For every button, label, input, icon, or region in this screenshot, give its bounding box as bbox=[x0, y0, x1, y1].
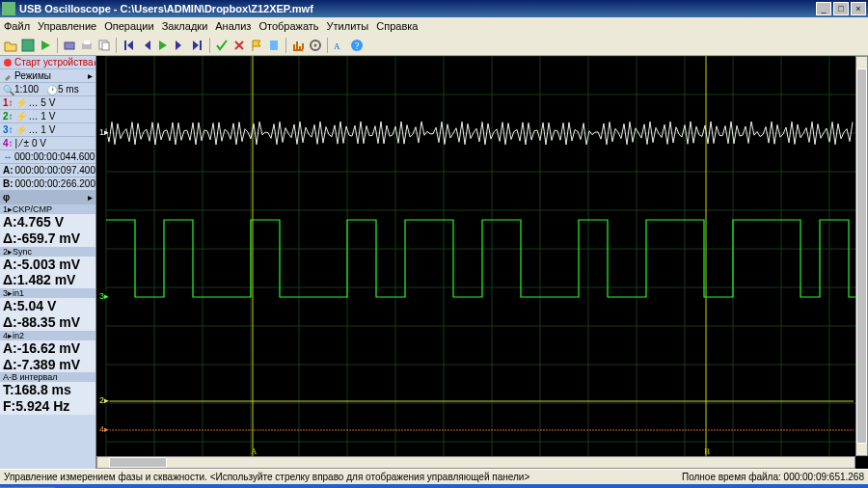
svg-rect-14 bbox=[96, 56, 855, 456]
section-in2: 4▸in2 bbox=[0, 331, 95, 340]
menu-bookmarks[interactable]: Закладки bbox=[162, 20, 208, 32]
magnifier-icon: 🔍 bbox=[3, 85, 13, 95]
svg-rect-7 bbox=[270, 41, 278, 50]
horizontal-scrollbar[interactable] bbox=[96, 456, 855, 469]
menu-operations[interactable]: Операции bbox=[104, 20, 153, 32]
ch3-scale[interactable]: 3↕ ⚡ … 1 V bbox=[0, 123, 95, 137]
auto-icon[interactable]: A bbox=[332, 38, 347, 53]
svg-rect-0 bbox=[22, 40, 34, 51]
forward-icon[interactable] bbox=[173, 38, 188, 53]
svg-marker-1 bbox=[41, 41, 50, 50]
s2-D: Δ:1.482 mV bbox=[0, 272, 95, 288]
ch2-scale[interactable]: 2↕ ⚡ … 1 V bbox=[0, 110, 95, 123]
run-icon[interactable] bbox=[38, 38, 53, 53]
menu-display[interactable]: Отображать bbox=[258, 20, 318, 32]
close-button[interactable]: × bbox=[851, 2, 866, 15]
taskbar: Пуск EN 🔊 🛡 14:13 bbox=[0, 484, 868, 488]
menu-bar: Файл Управление Операции Закладки Анализ… bbox=[0, 17, 868, 35]
interval-T: T:168.8 ms bbox=[0, 382, 95, 398]
forward-end-icon[interactable] bbox=[190, 38, 205, 53]
svg-text:A: A bbox=[334, 41, 340, 51]
rewind-start-icon[interactable] bbox=[121, 38, 136, 53]
ch4-marker: 4▸ bbox=[98, 424, 110, 434]
svg-rect-2 bbox=[65, 42, 74, 49]
menu-file[interactable]: Файл bbox=[4, 20, 30, 32]
menu-utilities[interactable]: Утилиты bbox=[327, 20, 369, 32]
flag-icon[interactable] bbox=[249, 38, 264, 53]
window-title: USB Oscilloscope - C:\Users\ADMIN\Dropbo… bbox=[19, 3, 814, 14]
snapshot-icon[interactable] bbox=[62, 38, 77, 53]
svg-text:?: ? bbox=[355, 41, 360, 51]
print-icon[interactable] bbox=[79, 38, 95, 53]
app-icon bbox=[2, 2, 15, 15]
ch2-marker: 2▸ bbox=[98, 395, 110, 405]
clock-icon: 🕐 bbox=[46, 85, 56, 95]
ch3-marker: 3▸ bbox=[98, 291, 110, 301]
wrench-icon bbox=[3, 71, 13, 81]
modes-button[interactable]: Режимы ▸ bbox=[0, 69, 95, 83]
status-text: Управление измерением фазы и скважности.… bbox=[4, 472, 682, 482]
s1-D: Δ:-659.7 mV bbox=[0, 230, 95, 247]
play-icon[interactable] bbox=[155, 38, 171, 53]
s2-A: A:-5.003 mV bbox=[0, 257, 95, 273]
cursor-b-time[interactable]: B:000:00:00:266.200 bbox=[0, 177, 95, 191]
svg-point-13 bbox=[4, 59, 12, 67]
main-area: Старт устройства ▸ Режимы ▸ 🔍 1:100 🕐 5 … bbox=[0, 56, 868, 469]
s4-A: A:-16.62 mV bbox=[0, 340, 95, 357]
menu-control[interactable]: Управление bbox=[38, 20, 96, 32]
vertical-scrollbar[interactable] bbox=[855, 56, 868, 456]
status-bar: Управление измерением фазы и скважности.… bbox=[0, 469, 868, 484]
status-file-time: Полное время файла: 000:00:09:651.268 bbox=[682, 472, 864, 482]
save-icon[interactable] bbox=[20, 38, 36, 53]
scope-canvas[interactable]: A B 1▸ 2▸ 3▸ 4▸ bbox=[96, 56, 868, 469]
open-icon[interactable] bbox=[3, 38, 18, 53]
ch1-marker: 1▸ bbox=[98, 127, 110, 137]
device-start-button[interactable]: Старт устройства ▸ bbox=[0, 56, 95, 69]
s3-D: Δ:-88.35 mV bbox=[0, 314, 95, 331]
section-in1: 3▸in1 bbox=[0, 288, 95, 298]
menu-analysis[interactable]: Анализ bbox=[215, 20, 251, 32]
zoom-row[interactable]: 🔍 1:100 🕐 5 ms bbox=[0, 83, 95, 96]
svg-point-9 bbox=[314, 43, 317, 46]
cursor-b-label: B bbox=[704, 447, 710, 456]
bookmark-icon[interactable] bbox=[266, 38, 282, 53]
ab-interval-label: A-B интервал bbox=[0, 372, 95, 382]
s1-A: A:4.765 V bbox=[0, 214, 95, 230]
cursor-a-label: A bbox=[251, 447, 258, 456]
svg-rect-4 bbox=[84, 41, 90, 44]
stop-icon bbox=[3, 58, 13, 68]
section-sync: 2▸Sync bbox=[0, 247, 95, 257]
rewind-icon[interactable] bbox=[138, 38, 153, 53]
ch4-scale[interactable]: 4↕ | ⁄ ± 0 V bbox=[0, 137, 95, 150]
phi-header[interactable]: φ▸ bbox=[0, 191, 95, 204]
minimize-button[interactable]: _ bbox=[816, 2, 831, 15]
settings-icon[interactable] bbox=[308, 38, 323, 53]
menu-help[interactable]: Справка bbox=[376, 20, 418, 32]
time-origin[interactable]: ↔000:00:00:044.600 bbox=[0, 150, 95, 164]
sidebar: Старт устройства ▸ Режимы ▸ 🔍 1:100 🕐 5 … bbox=[0, 56, 96, 469]
check-icon[interactable] bbox=[214, 38, 230, 53]
svg-rect-6 bbox=[102, 42, 109, 50]
maximize-button[interactable]: □ bbox=[833, 2, 849, 15]
s3-A: A:5.04 V bbox=[0, 298, 95, 314]
cursor-a-time[interactable]: A:000:00:00:097.400 bbox=[0, 164, 95, 177]
interval-F: F:5.924 Hz bbox=[0, 398, 95, 415]
section-ckp: 1▸CKP/CMP bbox=[0, 204, 95, 214]
help-icon[interactable]: ? bbox=[349, 38, 365, 53]
ch1-scale[interactable]: 1↕ ⚡ … 5 V bbox=[0, 96, 95, 110]
window-titlebar: USB Oscilloscope - C:\Users\ADMIN\Dropbo… bbox=[0, 0, 868, 17]
copy-icon[interactable] bbox=[96, 38, 112, 53]
toolbar: A ? bbox=[0, 35, 868, 56]
chart-icon[interactable] bbox=[290, 38, 306, 53]
s4-D: Δ:-7.389 mV bbox=[0, 357, 95, 373]
cross-icon[interactable] bbox=[231, 38, 247, 53]
